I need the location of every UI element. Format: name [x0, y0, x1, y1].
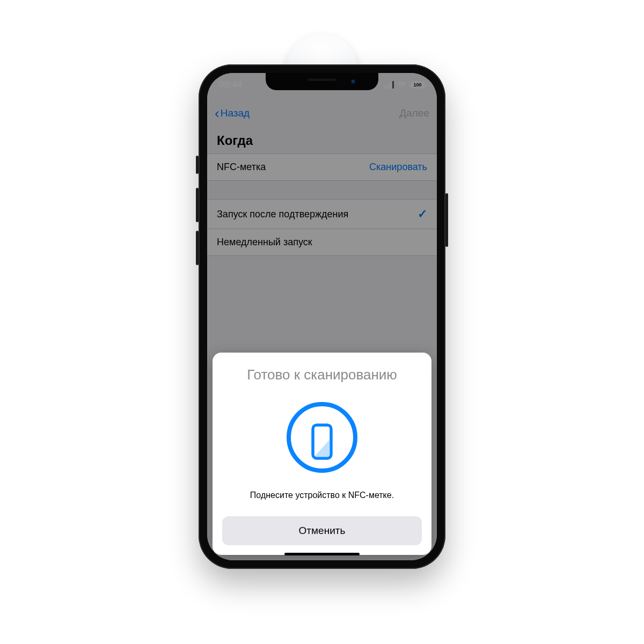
svg-point-0: [289, 404, 355, 471]
power-button: [445, 193, 448, 247]
screen: 00:44 100 ‹ Назад Далее: [207, 73, 437, 560]
mute-switch: [196, 156, 199, 174]
nfc-scan-sheet: Готово к сканированию Поднесите устройст…: [213, 353, 431, 555]
home-indicator[interactable]: [284, 553, 360, 555]
nfc-scan-icon: [282, 397, 362, 478]
volume-down-button: [196, 231, 199, 265]
volume-up-button: [196, 188, 199, 222]
sheet-title: Готово к сканированию: [222, 367, 422, 383]
phone-frame: 00:44 100 ‹ Назад Далее: [199, 64, 445, 569]
cancel-button[interactable]: Отменить: [222, 516, 422, 545]
sheet-subtitle: Поднесите устройство к NFC-метке.: [222, 491, 422, 500]
